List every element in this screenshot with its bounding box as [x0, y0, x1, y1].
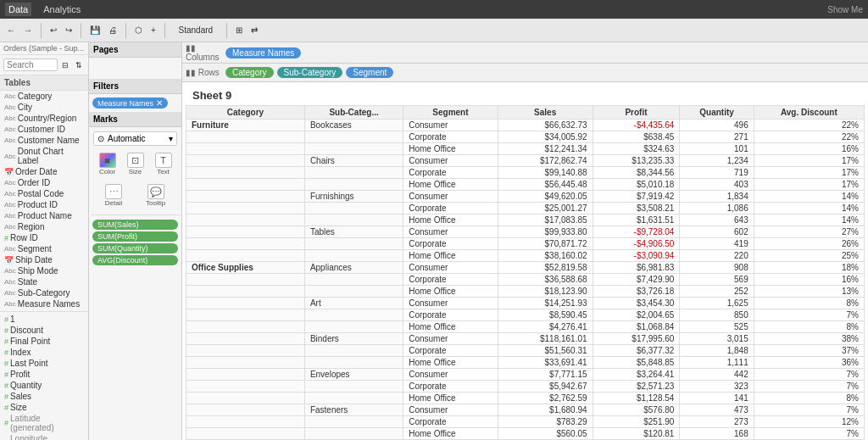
size-icon: ⊡ — [127, 153, 144, 168]
field-region[interactable]: AbcRegion — [0, 221, 88, 232]
field-segment[interactable]: AbcSegment — [0, 243, 88, 254]
field-product-id[interactable]: AbcProduct ID — [0, 199, 88, 210]
cell-avg-discount: 26% — [754, 238, 864, 250]
forward-btn[interactable]: → — [20, 24, 36, 36]
detail-button[interactable]: ⋯ Detail — [103, 182, 124, 209]
table-row: Corporate$51,560.31$6,377.321,84837% — [186, 345, 865, 357]
cell-subcategory — [304, 309, 403, 321]
cell-profit: $2,004.65 — [593, 309, 680, 321]
cell-category — [186, 286, 305, 298]
field-last-point[interactable]: #Last Point — [0, 358, 88, 369]
new-sheet-btn[interactable]: + — [147, 24, 159, 36]
field-measure-names[interactable]: AbcMeasure Names — [0, 298, 88, 309]
filter-measure-names[interactable]: Measure Names ✕ — [92, 97, 168, 109]
field-ship-mode[interactable]: AbcShip Mode — [0, 265, 88, 276]
cell-category — [186, 333, 305, 345]
cell-profit: $3,726.18 — [593, 286, 680, 298]
field-city[interactable]: AbcCity — [0, 102, 88, 113]
field-1[interactable]: #1 — [0, 314, 88, 325]
tooltip-button[interactable]: 💬 Tooltip — [144, 182, 167, 209]
standard-dropdown[interactable]: Standard — [170, 24, 221, 36]
cell-sales: $2,762.59 — [498, 393, 593, 404]
cell-profit: -$3,090.94 — [593, 250, 680, 262]
cell-profit: $1,068.84 — [593, 321, 680, 333]
field-discount[interactable]: #Discount — [0, 325, 88, 336]
cell-segment: Corporate — [403, 345, 498, 357]
mv-quantity[interactable]: SUM(Quantity) — [92, 243, 178, 253]
back-btn[interactable]: ← — [3, 24, 19, 36]
cell-sales: $36,588.68 — [498, 274, 593, 286]
col-category: Category — [186, 106, 305, 120]
field-category[interactable]: AbcCategory — [0, 91, 88, 102]
field-profit[interactable]: #Profit — [0, 369, 88, 380]
field-index[interactable]: #Index — [0, 347, 88, 358]
rows-pill-segment[interactable]: Segment — [346, 67, 393, 78]
color-button[interactable]: ■ Color — [97, 151, 118, 177]
cell-subcategory: Furnishings — [304, 191, 403, 203]
field-customer-id[interactable]: AbcCustomer ID — [0, 124, 88, 135]
connect-btn[interactable]: ⬡ — [131, 24, 146, 36]
cell-category — [186, 428, 305, 440]
field-postal[interactable]: AbcPostal Code — [0, 188, 88, 199]
cell-quantity: 419 — [680, 238, 754, 250]
cell-avg-discount: 18% — [754, 262, 864, 274]
print-btn[interactable]: 🖨 — [105, 24, 120, 36]
columns-pill-measure-names[interactable]: Measure Names — [225, 47, 301, 58]
marks-type-dropdown[interactable]: ⊙ Automatic ▾ — [93, 131, 177, 146]
menu-data[interactable]: Data — [5, 3, 31, 16]
field-ship-date[interactable]: 📅Ship Date — [0, 254, 88, 265]
field-quantity[interactable]: #Quantity — [0, 380, 88, 391]
cell-avg-discount: 16% — [754, 143, 864, 155]
table-row: Office SuppliesAppliancesConsumer$52,819… — [186, 262, 865, 274]
cell-category — [186, 321, 305, 333]
cell-profit: $7,919.42 — [593, 191, 680, 203]
cell-segment: Consumer — [403, 298, 498, 309]
field-donut[interactable]: AbcDonut Chart Label — [0, 146, 88, 166]
menu-analytics[interactable]: Analytics — [40, 3, 84, 16]
field-order-date[interactable]: 📅Order Date — [0, 166, 88, 177]
datasource-label[interactable]: Orders (Sample - Sup... — [0, 42, 88, 55]
field-longitude[interactable]: #Longitude (generated) — [0, 433, 88, 440]
fit-btn[interactable]: ⊞ — [232, 24, 246, 36]
toolbar: ← → ↩ ↪ 💾 🖨 ⬡ + Standard ⊞ ⇄ — [0, 19, 868, 42]
mv-sales[interactable]: SUM(Sales) — [92, 220, 178, 230]
show-me-button[interactable]: Show Me — [827, 5, 863, 14]
redo-btn[interactable]: ↪ — [62, 24, 75, 36]
field-state[interactable]: AbcState — [0, 276, 88, 287]
filter-close-icon[interactable]: ✕ — [156, 98, 163, 108]
mv-discount[interactable]: AVG(Discount) — [92, 255, 178, 265]
mv-profit[interactable]: SUM(Profit) — [92, 231, 178, 242]
rows-pill-category[interactable]: Category — [225, 67, 274, 78]
sort-icon[interactable]: ⇅ — [73, 60, 85, 70]
filters-content: Measure Names ✕ — [89, 94, 181, 112]
color-icon: ■ — [99, 153, 116, 168]
field-country[interactable]: AbcCountry/Region — [0, 113, 88, 124]
table-row: FurnitureBookcasesConsumer$66,632.73-$4,… — [186, 120, 865, 131]
left-sidebar: Orders (Sample - Sup... ⊟ ⇅ Tables AbcCa… — [0, 42, 89, 440]
field-subcategory[interactable]: AbcSub-Category — [0, 287, 88, 298]
save-btn[interactable]: 💾 — [86, 24, 103, 36]
field-order-id[interactable]: AbcOrder ID — [0, 177, 88, 188]
size-button[interactable]: ⊡ Size — [125, 151, 146, 177]
field-sales[interactable]: #Sales — [0, 391, 88, 402]
filter-icon[interactable]: ⊟ — [59, 60, 71, 70]
field-latitude[interactable]: #Latitude (generated) — [0, 413, 88, 433]
field-product-name[interactable]: AbcProduct Name — [0, 210, 88, 221]
cell-profit: $6,377.32 — [593, 345, 680, 357]
field-final-point[interactable]: #Final Point — [0, 336, 88, 347]
text-button[interactable]: T Text — [153, 151, 174, 177]
text-icon: T — [155, 153, 172, 168]
undo-btn[interactable]: ↩ — [47, 24, 60, 36]
cell-subcategory — [304, 416, 403, 428]
cell-sales: $1,680.94 — [498, 404, 593, 416]
cell-sales: $25,001.27 — [498, 203, 593, 214]
field-customer-name[interactable]: AbcCustomer Name — [0, 135, 88, 146]
field-row-id[interactable]: #Row ID — [0, 232, 88, 243]
rows-pill-subcategory[interactable]: Sub-Category — [277, 67, 343, 78]
swap-btn[interactable]: ⇄ — [248, 24, 261, 36]
search-input[interactable] — [3, 58, 58, 71]
cell-quantity: 1,111 — [680, 357, 754, 369]
cell-profit: $3,264.41 — [593, 369, 680, 381]
cell-category — [186, 274, 305, 286]
field-size[interactable]: #Size — [0, 402, 88, 413]
